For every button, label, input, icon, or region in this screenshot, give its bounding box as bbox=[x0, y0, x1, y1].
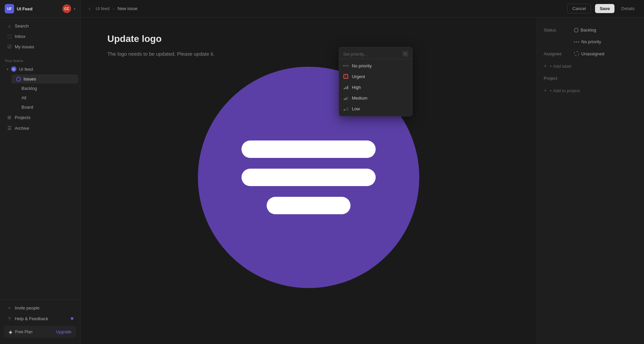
high-option-icon bbox=[343, 84, 348, 90]
sidebar-item-all[interactable]: All bbox=[11, 93, 78, 102]
unassigned-icon bbox=[574, 51, 579, 56]
priority-option-low-label: Low bbox=[352, 106, 360, 111]
archive-icon: ☰ bbox=[7, 125, 12, 131]
status-value: Backlog bbox=[574, 27, 596, 33]
sidebar: UF UI Feed CC ▾ ⌕ Search ⬚ Inbox ☑ My is… bbox=[0, 0, 80, 344]
assignee-row[interactable]: Assignee Unassigned bbox=[537, 48, 644, 60]
invite-people[interactable]: + Invite people bbox=[2, 302, 78, 313]
add-label-text: + Add label bbox=[549, 64, 571, 69]
sidebar-footer: + Invite people ? Help & Feedback ◈ Free… bbox=[0, 299, 80, 344]
project-label: Project bbox=[544, 76, 571, 81]
sidebar-item-projects-label: Projects bbox=[15, 115, 31, 120]
save-button[interactable]: Save bbox=[595, 4, 614, 13]
breadcrumb-current: New issue bbox=[117, 6, 138, 11]
project-row[interactable]: Project bbox=[537, 72, 644, 84]
priority-row[interactable]: No priority bbox=[537, 36, 644, 48]
priority-dropdown: P No priority ! Urgent High bbox=[339, 47, 413, 116]
dropdown-search[interactable]: P bbox=[339, 49, 412, 59]
assignee-value: Unassigned bbox=[574, 51, 604, 56]
projects-icon: ⊞ bbox=[7, 115, 12, 120]
sidebar-item-archive[interactable]: ☰ Archive bbox=[2, 123, 78, 133]
team-name: Ui feed bbox=[19, 67, 33, 72]
teams-section-header: Your teams bbox=[0, 55, 80, 64]
priority-option-no-priority-label: No priority bbox=[352, 63, 372, 68]
sidebar-item-board[interactable]: Board bbox=[11, 103, 78, 112]
logo-bar-1 bbox=[241, 140, 376, 158]
add-label-row[interactable]: + + Add label bbox=[537, 60, 644, 72]
urgent-option-icon: ! bbox=[343, 74, 348, 79]
help-feedback[interactable]: ? Help & Feedback bbox=[2, 313, 78, 324]
sidebar-item-search[interactable]: ⌕ Search bbox=[2, 21, 78, 31]
team-dot: U bbox=[11, 66, 16, 72]
issue-title: Update logo bbox=[107, 34, 510, 44]
urgent-icon: ! bbox=[343, 74, 348, 79]
help-icon: ? bbox=[7, 316, 12, 321]
sidebar-item-inbox[interactable]: ⬚ Inbox bbox=[2, 31, 78, 41]
details-button[interactable]: Details bbox=[619, 4, 637, 13]
issue-editor: Update logo The logo needs to be updated… bbox=[80, 17, 537, 344]
details-panel: Status Backlog No priority Assignee bbox=[537, 17, 644, 344]
team-ui-feed[interactable]: ▾ U Ui feed bbox=[2, 64, 78, 74]
topbar: ‹ Ui feed › New issue Cancel Save Detail… bbox=[80, 0, 644, 17]
priority-option-urgent-label: Urgent bbox=[352, 74, 365, 79]
sidebar-item-all-label: All bbox=[21, 95, 26, 100]
cancel-button[interactable]: Cancel bbox=[567, 4, 591, 13]
breadcrumb-separator: › bbox=[113, 6, 114, 11]
back-button[interactable]: ‹ bbox=[87, 4, 92, 13]
dropdown-shortcut: P bbox=[402, 51, 408, 57]
workspace-avatar: UF bbox=[5, 4, 14, 13]
assignee-label: Assignee bbox=[544, 51, 571, 56]
sidebar-nav: ⌕ Search ⬚ Inbox ☑ My issues bbox=[0, 18, 80, 55]
sidebar-item-my-issues[interactable]: ☑ My issues bbox=[2, 42, 78, 52]
priority-option-no-priority[interactable]: No priority bbox=[339, 60, 412, 71]
workspace-name: UI Feed bbox=[17, 6, 60, 11]
sidebar-item-backlog-label: Backlog bbox=[21, 86, 37, 91]
priority-text: No priority bbox=[581, 39, 601, 44]
issues-circle-icon bbox=[16, 77, 21, 81]
status-text: Backlog bbox=[581, 27, 596, 33]
help-label: Help & Feedback bbox=[15, 316, 48, 321]
no-priority-option-icon bbox=[343, 63, 348, 68]
sidebar-item-projects[interactable]: ⊞ Projects bbox=[2, 112, 78, 122]
logo-bar-2 bbox=[241, 169, 376, 186]
sidebar-item-search-label: Search bbox=[15, 23, 29, 28]
low-option-icon bbox=[343, 106, 348, 111]
assignee-text: Unassigned bbox=[581, 51, 604, 56]
team-sub-nav: Issues Backlog All Board bbox=[0, 74, 80, 112]
breadcrumb-parent: Ui feed bbox=[96, 6, 109, 11]
priority-option-medium-label: Medium bbox=[352, 96, 367, 101]
status-label: Status bbox=[544, 27, 571, 33]
sidebar-item-board-label: Board bbox=[21, 105, 33, 110]
search-icon: ⌕ bbox=[7, 23, 12, 28]
no-priority-icon bbox=[574, 41, 579, 43]
priority-option-low[interactable]: Low bbox=[339, 103, 412, 114]
status-circle-icon bbox=[574, 28, 579, 33]
sidebar-item-inbox-label: Inbox bbox=[15, 34, 25, 39]
chevron-down-icon: ▾ bbox=[74, 7, 75, 11]
priority-option-high[interactable]: High bbox=[339, 82, 412, 93]
upgrade-button[interactable]: Upgrade bbox=[56, 330, 71, 334]
priority-option-medium[interactable]: Medium bbox=[339, 93, 412, 103]
priority-search-input[interactable] bbox=[343, 52, 402, 57]
status-row[interactable]: Status Backlog bbox=[537, 24, 644, 36]
add-project-icon: + bbox=[544, 88, 547, 94]
issue-description: The logo needs to be updated. Please upd… bbox=[107, 51, 510, 57]
add-label-icon: + bbox=[544, 63, 547, 69]
plus-icon: + bbox=[7, 305, 12, 310]
sidebar-item-issues[interactable]: Issues bbox=[11, 74, 78, 83]
add-project-row[interactable]: + + Add to project bbox=[537, 84, 644, 97]
team-chevron-icon: ▾ bbox=[7, 67, 8, 71]
priority-option-urgent[interactable]: ! Urgent bbox=[339, 71, 412, 82]
sidebar-item-issues-label: Issues bbox=[23, 76, 36, 81]
user-avatar: CC bbox=[62, 4, 71, 13]
sidebar-item-my-issues-label: My issues bbox=[15, 44, 34, 49]
free-plan-icon: ◈ bbox=[9, 329, 12, 335]
medium-option-icon bbox=[343, 95, 348, 101]
logo-bar-3 bbox=[267, 197, 351, 214]
sidebar-header[interactable]: UF UI Feed CC ▾ bbox=[0, 0, 80, 18]
upgrade-bar[interactable]: ◈ Free Plan Upgrade bbox=[4, 326, 76, 338]
sidebar-item-backlog[interactable]: Backlog bbox=[11, 84, 78, 93]
breadcrumb: Ui feed › New issue bbox=[96, 6, 563, 11]
add-project-text: + Add to project bbox=[549, 88, 580, 93]
free-plan-label: Free Plan bbox=[15, 330, 53, 334]
